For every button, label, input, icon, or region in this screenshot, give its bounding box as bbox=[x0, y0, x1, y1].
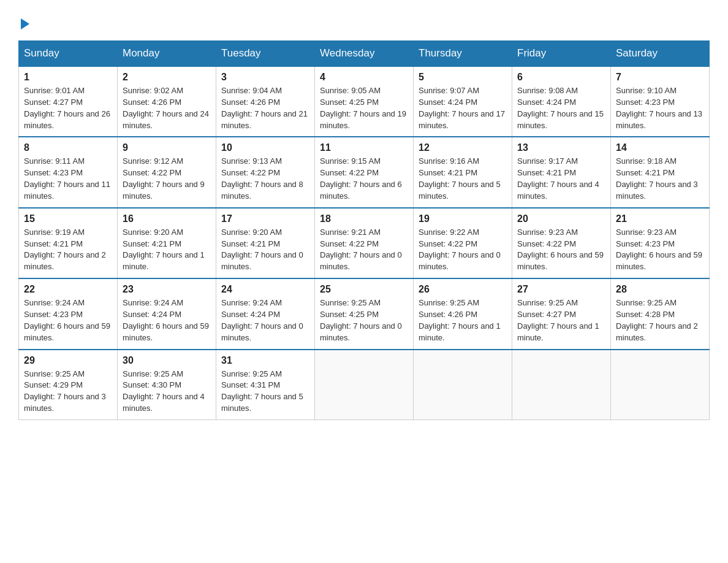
calendar-cell: 12 Sunrise: 9:16 AMSunset: 4:21 PMDaylig… bbox=[414, 137, 512, 207]
calendar-week-1: 1 Sunrise: 9:01 AMSunset: 4:27 PMDayligh… bbox=[19, 66, 710, 137]
day-number: 12 bbox=[419, 142, 507, 153]
day-info: Sunrise: 9:05 AMSunset: 4:25 PMDaylight:… bbox=[320, 86, 406, 130]
day-number: 20 bbox=[517, 213, 605, 224]
calendar-cell: 15 Sunrise: 9:19 AMSunset: 4:21 PMDaylig… bbox=[19, 208, 118, 278]
logo bbox=[18, 18, 29, 28]
day-info: Sunrise: 9:24 AMSunset: 4:24 PMDaylight:… bbox=[123, 298, 209, 342]
calendar-cell: 29 Sunrise: 9:25 AMSunset: 4:29 PMDaylig… bbox=[19, 350, 118, 420]
weekday-header-saturday: Saturday bbox=[611, 41, 710, 67]
day-info: Sunrise: 9:02 AMSunset: 4:26 PMDaylight:… bbox=[123, 86, 209, 130]
calendar-week-2: 8 Sunrise: 9:11 AMSunset: 4:23 PMDayligh… bbox=[19, 137, 710, 207]
calendar-cell: 25 Sunrise: 9:25 AMSunset: 4:25 PMDaylig… bbox=[315, 278, 414, 349]
calendar-cell bbox=[315, 350, 414, 420]
day-number: 22 bbox=[24, 284, 112, 295]
day-number: 3 bbox=[221, 72, 309, 83]
weekday-header-row: SundayMondayTuesdayWednesdayThursdayFrid… bbox=[19, 41, 710, 67]
calendar-cell bbox=[611, 350, 710, 420]
calendar-cell: 27 Sunrise: 9:25 AMSunset: 4:27 PMDaylig… bbox=[512, 278, 611, 349]
weekday-header-friday: Friday bbox=[512, 41, 611, 67]
day-number: 8 bbox=[24, 142, 112, 153]
day-info: Sunrise: 9:16 AMSunset: 4:21 PMDaylight:… bbox=[419, 156, 501, 201]
calendar-cell: 4 Sunrise: 9:05 AMSunset: 4:25 PMDayligh… bbox=[315, 66, 414, 137]
day-number: 27 bbox=[517, 284, 605, 295]
day-info: Sunrise: 9:25 AMSunset: 4:30 PMDaylight:… bbox=[123, 369, 205, 413]
calendar-table: SundayMondayTuesdayWednesdayThursdayFrid… bbox=[18, 40, 710, 420]
calendar-cell: 1 Sunrise: 9:01 AMSunset: 4:27 PMDayligh… bbox=[19, 66, 118, 137]
calendar-cell: 21 Sunrise: 9:23 AMSunset: 4:23 PMDaylig… bbox=[611, 208, 710, 278]
day-number: 7 bbox=[616, 72, 704, 83]
day-number: 16 bbox=[123, 213, 211, 224]
calendar-cell: 6 Sunrise: 9:08 AMSunset: 4:24 PMDayligh… bbox=[512, 66, 611, 137]
calendar-cell: 13 Sunrise: 9:17 AMSunset: 4:21 PMDaylig… bbox=[512, 137, 611, 207]
calendar-cell: 19 Sunrise: 9:22 AMSunset: 4:22 PMDaylig… bbox=[414, 208, 512, 278]
calendar-cell: 3 Sunrise: 9:04 AMSunset: 4:26 PMDayligh… bbox=[216, 66, 315, 137]
logo-arrow-icon bbox=[21, 18, 29, 29]
day-number: 14 bbox=[616, 142, 704, 153]
day-info: Sunrise: 9:10 AMSunset: 4:23 PMDaylight:… bbox=[616, 86, 702, 130]
calendar-week-3: 15 Sunrise: 9:19 AMSunset: 4:21 PMDaylig… bbox=[19, 208, 710, 278]
calendar-cell: 31 Sunrise: 9:25 AMSunset: 4:31 PMDaylig… bbox=[216, 350, 315, 420]
day-info: Sunrise: 9:15 AMSunset: 4:22 PMDaylight:… bbox=[320, 156, 402, 201]
calendar-cell: 17 Sunrise: 9:20 AMSunset: 4:21 PMDaylig… bbox=[216, 208, 315, 278]
page-header bbox=[18, 18, 710, 28]
calendar-cell: 20 Sunrise: 9:23 AMSunset: 4:22 PMDaylig… bbox=[512, 208, 611, 278]
calendar-cell: 14 Sunrise: 9:18 AMSunset: 4:21 PMDaylig… bbox=[611, 137, 710, 207]
day-number: 29 bbox=[24, 355, 112, 366]
day-info: Sunrise: 9:20 AMSunset: 4:21 PMDaylight:… bbox=[221, 228, 303, 272]
calendar-cell: 26 Sunrise: 9:25 AMSunset: 4:26 PMDaylig… bbox=[414, 278, 512, 349]
day-number: 31 bbox=[221, 355, 309, 366]
calendar-cell: 28 Sunrise: 9:25 AMSunset: 4:28 PMDaylig… bbox=[611, 278, 710, 349]
calendar-week-4: 22 Sunrise: 9:24 AMSunset: 4:23 PMDaylig… bbox=[19, 278, 710, 349]
day-info: Sunrise: 9:23 AMSunset: 4:23 PMDaylight:… bbox=[616, 228, 702, 272]
calendar-cell: 24 Sunrise: 9:24 AMSunset: 4:24 PMDaylig… bbox=[216, 278, 315, 349]
day-info: Sunrise: 9:18 AMSunset: 4:21 PMDaylight:… bbox=[616, 156, 698, 201]
day-number: 11 bbox=[320, 142, 408, 153]
calendar-cell: 18 Sunrise: 9:21 AMSunset: 4:22 PMDaylig… bbox=[315, 208, 414, 278]
day-info: Sunrise: 9:11 AMSunset: 4:23 PMDaylight:… bbox=[24, 156, 110, 201]
day-info: Sunrise: 9:17 AMSunset: 4:21 PMDaylight:… bbox=[517, 156, 599, 201]
weekday-header-monday: Monday bbox=[118, 41, 216, 67]
calendar-cell: 16 Sunrise: 9:20 AMSunset: 4:21 PMDaylig… bbox=[118, 208, 216, 278]
day-info: Sunrise: 9:25 AMSunset: 4:31 PMDaylight:… bbox=[221, 369, 303, 413]
day-number: 5 bbox=[419, 72, 507, 83]
day-number: 26 bbox=[419, 284, 507, 295]
day-info: Sunrise: 9:19 AMSunset: 4:21 PMDaylight:… bbox=[24, 228, 106, 272]
calendar-cell: 10 Sunrise: 9:13 AMSunset: 4:22 PMDaylig… bbox=[216, 137, 315, 207]
day-number: 10 bbox=[221, 142, 309, 153]
calendar-cell: 23 Sunrise: 9:24 AMSunset: 4:24 PMDaylig… bbox=[118, 278, 216, 349]
calendar-cell: 22 Sunrise: 9:24 AMSunset: 4:23 PMDaylig… bbox=[19, 278, 118, 349]
day-info: Sunrise: 9:25 AMSunset: 4:26 PMDaylight:… bbox=[419, 298, 501, 342]
calendar-cell bbox=[512, 350, 611, 420]
weekday-header-sunday: Sunday bbox=[19, 41, 118, 67]
day-number: 25 bbox=[320, 284, 408, 295]
day-number: 18 bbox=[320, 213, 408, 224]
day-info: Sunrise: 9:08 AMSunset: 4:24 PMDaylight:… bbox=[517, 86, 604, 130]
day-number: 9 bbox=[123, 142, 211, 153]
day-number: 23 bbox=[123, 284, 211, 295]
day-info: Sunrise: 9:25 AMSunset: 4:25 PMDaylight:… bbox=[320, 298, 402, 342]
day-number: 4 bbox=[320, 72, 408, 83]
day-info: Sunrise: 9:22 AMSunset: 4:22 PMDaylight:… bbox=[419, 228, 501, 272]
day-info: Sunrise: 9:24 AMSunset: 4:23 PMDaylight:… bbox=[24, 298, 110, 342]
day-number: 13 bbox=[517, 142, 605, 153]
day-number: 17 bbox=[221, 213, 309, 224]
calendar-cell: 5 Sunrise: 9:07 AMSunset: 4:24 PMDayligh… bbox=[414, 66, 512, 137]
day-number: 24 bbox=[221, 284, 309, 295]
day-info: Sunrise: 9:01 AMSunset: 4:27 PMDaylight:… bbox=[24, 86, 110, 130]
calendar-week-5: 29 Sunrise: 9:25 AMSunset: 4:29 PMDaylig… bbox=[19, 350, 710, 420]
calendar-cell: 11 Sunrise: 9:15 AMSunset: 4:22 PMDaylig… bbox=[315, 137, 414, 207]
day-info: Sunrise: 9:25 AMSunset: 4:29 PMDaylight:… bbox=[24, 369, 106, 413]
weekday-header-tuesday: Tuesday bbox=[216, 41, 315, 67]
calendar-cell bbox=[414, 350, 512, 420]
day-info: Sunrise: 9:23 AMSunset: 4:22 PMDaylight:… bbox=[517, 228, 604, 272]
day-info: Sunrise: 9:25 AMSunset: 4:28 PMDaylight:… bbox=[616, 298, 698, 342]
calendar-cell: 8 Sunrise: 9:11 AMSunset: 4:23 PMDayligh… bbox=[19, 137, 118, 207]
day-number: 15 bbox=[24, 213, 112, 224]
weekday-header-wednesday: Wednesday bbox=[315, 41, 414, 67]
day-number: 6 bbox=[517, 72, 605, 83]
weekday-header-thursday: Thursday bbox=[414, 41, 512, 67]
day-info: Sunrise: 9:04 AMSunset: 4:26 PMDaylight:… bbox=[221, 86, 308, 130]
day-info: Sunrise: 9:24 AMSunset: 4:24 PMDaylight:… bbox=[221, 298, 303, 342]
day-number: 2 bbox=[123, 72, 211, 83]
calendar-cell: 30 Sunrise: 9:25 AMSunset: 4:30 PMDaylig… bbox=[118, 350, 216, 420]
